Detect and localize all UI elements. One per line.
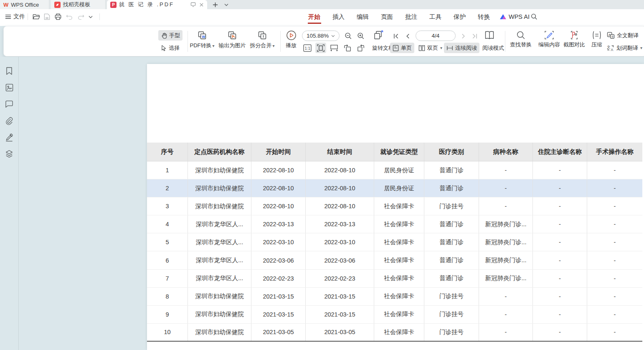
table-row[interactable]: 7深圳市龙华区人...2022-02-232022-02-23社会保障卡普通门诊… bbox=[147, 270, 642, 288]
menu-tab-7[interactable]: 保护 bbox=[454, 9, 466, 24]
hand-tool-button[interactable]: 手型 bbox=[158, 30, 183, 41]
table-cell: - bbox=[533, 215, 587, 233]
next-page-button[interactable] bbox=[459, 31, 468, 41]
page-number-input[interactable]: 4/4 bbox=[416, 31, 456, 41]
read-mode-icon[interactable] bbox=[483, 29, 496, 41]
previous-page-button[interactable] bbox=[403, 31, 412, 41]
single-page-label: 单页 bbox=[401, 44, 412, 52]
export-image-icon bbox=[227, 31, 237, 41]
wps-ai-button[interactable]: WPS AI bbox=[499, 9, 530, 24]
table-cell: 2022-03-13 bbox=[306, 215, 374, 233]
full-translate-button[interactable]: A 文 全文翻译 bbox=[604, 30, 641, 41]
menu-tab-5[interactable]: 批注 bbox=[405, 9, 417, 24]
edit-content-icon bbox=[544, 31, 554, 40]
pdf-convert-icon: W bbox=[197, 31, 207, 41]
table-row[interactable]: 8深圳市妇幼保健院2021-03-152021-03-15社会保障卡门诊挂号--… bbox=[147, 288, 642, 306]
file-menu-button[interactable]: 文件 bbox=[5, 9, 25, 24]
redo-button[interactable] bbox=[78, 9, 84, 24]
compress-button[interactable]: 压缩 bbox=[588, 31, 606, 49]
tab-document-pdf[interactable]: P 就 医 记 录 .PDF bbox=[107, 0, 207, 9]
rotate-right-button[interactable] bbox=[355, 43, 366, 53]
first-page-button[interactable] bbox=[391, 31, 401, 41]
table-cell: 深圳市龙华区人... bbox=[188, 251, 251, 269]
table-row[interactable]: 4深圳市龙华区人...2022-03-132022-03-13社会保障卡普通门诊… bbox=[147, 215, 642, 233]
table-cell: - bbox=[587, 215, 642, 233]
last-page-button[interactable] bbox=[470, 31, 479, 41]
menu-tab-1[interactable]: 开始 bbox=[308, 9, 320, 24]
find-replace-button[interactable]: 查找替换 bbox=[506, 31, 536, 49]
zoom-in-button[interactable] bbox=[355, 31, 366, 41]
edit-content-label: 编辑内容 bbox=[538, 41, 560, 49]
table-cell: 社会保障卡 bbox=[374, 197, 424, 215]
continuous-read-button[interactable]: 连续阅读 bbox=[444, 43, 479, 53]
tab-docer-templates[interactable]: 找稻壳模板 bbox=[51, 0, 106, 9]
select-tool-button[interactable]: 选择 bbox=[158, 43, 182, 53]
rotate-document-icon[interactable] bbox=[372, 30, 385, 40]
compress-label: 压缩 bbox=[591, 41, 602, 49]
table-cell: 深圳市龙华区人... bbox=[188, 215, 251, 233]
print-button[interactable] bbox=[55, 9, 61, 24]
edit-content-button[interactable]: 编辑内容 bbox=[537, 31, 562, 49]
menu-tab-3[interactable]: 编辑 bbox=[357, 9, 369, 24]
split-merge-label: 拆分合并 bbox=[250, 42, 271, 49]
table-cell: - bbox=[533, 233, 587, 251]
table-row[interactable]: 10深圳市妇幼保健院2021-03-052021-03-05社会保障卡门诊挂号-… bbox=[147, 324, 642, 342]
bookmark-panel-button[interactable] bbox=[4, 66, 14, 76]
split-merge-button[interactable]: 拆分合并▾ bbox=[247, 31, 278, 49]
menu-tab-8[interactable]: 转换 bbox=[478, 9, 490, 24]
table-cell: - bbox=[587, 270, 642, 287]
table-row[interactable]: 9深圳市妇幼保健院2021-03-152021-03-15社会保障卡门诊挂号--… bbox=[147, 306, 642, 324]
divider bbox=[28, 13, 28, 20]
table-row[interactable]: 3深圳市妇幼保健院2022-08-102022-08-10社会保障卡门诊挂号--… bbox=[147, 197, 642, 215]
menu-tab-4[interactable]: 页面 bbox=[381, 9, 393, 24]
double-page-button[interactable]: 双页 ▾ bbox=[416, 43, 445, 53]
menu-search-button[interactable] bbox=[531, 9, 538, 24]
table-cell: 新冠肺炎门诊... bbox=[479, 251, 533, 269]
continuous-read-label: 连续阅读 bbox=[455, 44, 477, 52]
menu-tab-2[interactable]: 插入 bbox=[332, 9, 345, 24]
undo-button[interactable] bbox=[66, 9, 73, 24]
menu-row: 文件 开始插入编辑页面批注工具保护转换 WPS AI bbox=[0, 9, 644, 26]
signature-panel-button[interactable] bbox=[4, 133, 14, 143]
read-mode-button[interactable]: 阅读模式 bbox=[480, 43, 507, 53]
fit-width-button[interactable] bbox=[329, 43, 340, 53]
column-header: 定点医药机构名称 bbox=[188, 143, 251, 161]
tab-list-chevron-icon[interactable] bbox=[221, 0, 231, 9]
table-row[interactable]: 1深圳市妇幼保健院2022-08-102022-08-10居民身份证普通门诊--… bbox=[147, 161, 642, 179]
word-translate-button[interactable]: 文A 划词翻译 ▾ bbox=[604, 43, 644, 53]
open-file-button[interactable] bbox=[33, 9, 40, 24]
table-row[interactable]: 6深圳市龙华区人...2022-03-062022-03-06社会保障卡普通门诊… bbox=[147, 251, 642, 269]
zoom-out-button[interactable] bbox=[343, 31, 354, 41]
document-page[interactable]: 序号定点医药机构名称开始时间结束时间就诊凭证类型医疗类别病种名称住院主诊断名称手… bbox=[147, 64, 644, 350]
single-page-button[interactable]: 单页 bbox=[390, 43, 414, 53]
table-cell: - bbox=[587, 179, 642, 197]
comment-panel-button[interactable] bbox=[4, 99, 14, 109]
close-tab-icon[interactable] bbox=[199, 3, 204, 7]
play-button[interactable]: 播放 bbox=[283, 30, 299, 49]
zoom-level-select[interactable]: 105.88% bbox=[302, 31, 340, 41]
table-header-row: 序号定点医药机构名称开始时间结束时间就诊凭证类型医疗类别病种名称住院主诊断名称手… bbox=[147, 143, 642, 161]
new-tab-button[interactable] bbox=[210, 0, 220, 9]
attachment-panel-button[interactable] bbox=[4, 116, 14, 126]
layers-panel-button[interactable] bbox=[4, 149, 14, 159]
save-button[interactable] bbox=[44, 9, 50, 24]
table-cell: - bbox=[533, 270, 587, 287]
table-row[interactable]: 5深圳市龙华区人...2022-03-102022-03-10社会保障卡普通门诊… bbox=[147, 233, 642, 251]
table-cell: - bbox=[479, 324, 533, 341]
rotate-left-button[interactable] bbox=[342, 43, 353, 53]
undo-redo-chevron-icon[interactable] bbox=[89, 9, 93, 24]
table-row[interactable]: 2深圳市妇幼保健院2022-08-102022-08-10居民身份证普通门诊--… bbox=[147, 179, 642, 197]
tab-wps-office[interactable]: W WPS Office bbox=[0, 0, 49, 9]
menu-tab-6[interactable]: 工具 bbox=[429, 9, 441, 24]
thumbnail-panel-button[interactable] bbox=[4, 82, 14, 92]
table-cell: 居民身份证 bbox=[374, 161, 424, 179]
fit-page-button[interactable] bbox=[315, 43, 326, 53]
export-image-button[interactable]: 输出为图片 bbox=[218, 31, 247, 49]
screenshot-compare-button[interactable]: 截图对比 bbox=[562, 31, 587, 49]
word-translate-label: 划词翻译 bbox=[616, 44, 638, 52]
monitor-icon[interactable] bbox=[190, 2, 196, 7]
pdf-convert-button[interactable]: W PDF转换▾ bbox=[187, 31, 218, 49]
table-cell: 2021-03-15 bbox=[306, 288, 374, 305]
table-cell: 普通门诊 bbox=[424, 251, 479, 269]
actual-size-button[interactable]: 1:1 bbox=[302, 43, 313, 53]
